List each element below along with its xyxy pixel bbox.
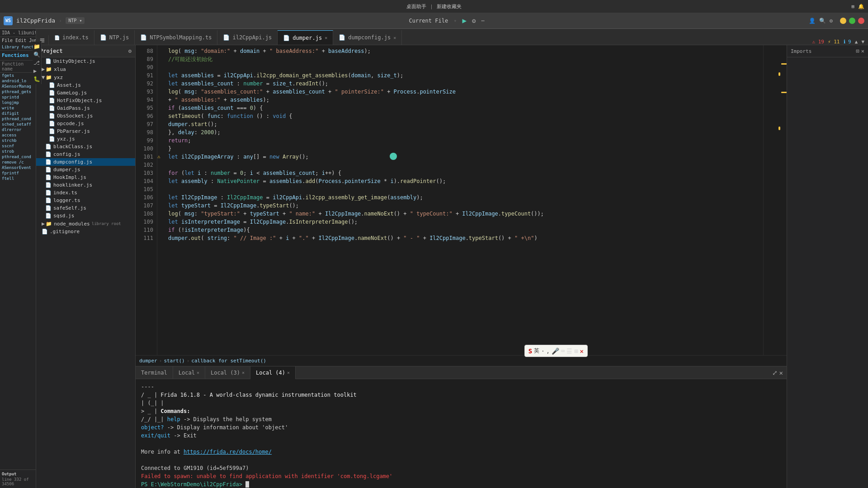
tree-dumpconfig[interactable]: 📄 dumpconfig.js (36, 158, 135, 166)
tab-dumper-js[interactable]: 📄 dumper.js ✕ (278, 30, 333, 45)
tree-hookimpl[interactable]: 📄 HookImpl.js (36, 174, 135, 181)
tree-safeself[interactable]: 📄 safeSelf.js (36, 204, 135, 212)
minimize-button[interactable] (840, 18, 846, 24)
ntp-badge[interactable]: NTP ▾ (66, 17, 85, 24)
close-dumpconfig-tab[interactable]: ✕ (393, 35, 396, 40)
tab-ntp-symbol[interactable]: 📄 NTPSymbolMapping.ts (135, 30, 217, 45)
tree-gitignore[interactable]: 📄 .gitignore (36, 228, 135, 235)
ime-close[interactable]: ✕ (580, 347, 584, 355)
tree-opcode[interactable]: 📄 opcode.js (36, 120, 135, 127)
ida-func-remove[interactable]: remove /c (0, 160, 36, 165)
ida-func-longjmp[interactable]: longjmp (0, 100, 36, 105)
close-button[interactable] (858, 18, 864, 24)
vt-run[interactable]: ▶ (36, 68, 40, 74)
scroll-up[interactable]: ▲ (855, 39, 858, 45)
tree-hooklinker[interactable]: 📄 hooklinker.js (36, 181, 135, 189)
close-local3-tab[interactable]: ✕ (242, 370, 245, 375)
more-button[interactable]: ⋯ (481, 18, 484, 24)
tree-hotfix[interactable]: 📄 HotFixObject.js (36, 97, 135, 104)
ida-func-strob[interactable]: strob (0, 149, 36, 154)
tab-il2cpp-api[interactable]: 📄 il2CppApi.js (217, 30, 278, 45)
gear-icon[interactable]: ⚙ (830, 18, 833, 24)
ida-menu-file[interactable]: File (2, 38, 13, 43)
ime-menu1[interactable]: ☰ (566, 347, 572, 355)
ida-func-fgets[interactable]: fgets (0, 73, 36, 78)
ida-func-access[interactable]: access (0, 132, 36, 138)
close-local-tab[interactable]: ✕ (197, 370, 199, 375)
tab-index-ts[interactable]: 📄 index.ts (49, 30, 94, 45)
close-local4-tab[interactable]: ✕ (287, 370, 290, 375)
tree-index[interactable]: 📄 index.ts (36, 189, 135, 197)
ida-func-sscnf[interactable]: sscnf (0, 143, 36, 149)
vt-folder[interactable]: 📁 (36, 45, 40, 50)
ida-func-pthread3[interactable]: pthread_cond (0, 154, 36, 160)
tree-asset[interactable]: 📄 Asset.js (36, 81, 135, 89)
tree-obs[interactable]: 📄 ObsSocket.js (36, 112, 135, 120)
tree-yxz[interactable]: ▼ 📁 yxz (36, 73, 135, 81)
ida-func-sched[interactable]: sched_setaff (0, 122, 36, 127)
ime-lang[interactable]: 英 (534, 347, 539, 355)
ime-kbd[interactable]: ⌨ (561, 347, 565, 355)
tree-unity-object[interactable]: 📄 UnityObject.js (36, 57, 135, 65)
tree-oaid[interactable]: 📄 OaidPass.js (36, 104, 135, 112)
tree-sqsd[interactable]: 📄 sqsd.js (36, 212, 135, 220)
search-icon[interactable]: 🔍 (819, 18, 826, 24)
ida-func-pthread[interactable]: pthread_gets (0, 89, 36, 94)
terminal-tab-local4[interactable]: Local (4) ✕ (250, 366, 296, 379)
green-indicator (390, 153, 397, 160)
tree-yxz-js[interactable]: 📄 yxz.js (36, 135, 135, 143)
breadcrumb-dumper[interactable]: dumper (139, 358, 157, 364)
terminal-tab-local[interactable]: Local ✕ (173, 366, 205, 379)
ida-func-fclose[interactable]: fprintf (0, 170, 36, 176)
tree-config[interactable]: 📄 config.js (36, 150, 135, 158)
ida-func-strchb[interactable]: strchb (0, 138, 36, 143)
tree-logger[interactable]: 📄 logger.ts (36, 197, 135, 204)
ida-func-sensor[interactable]: ASensorManag (0, 84, 36, 89)
breadcrumb-start[interactable]: start() (164, 358, 184, 364)
tree-pbparser[interactable]: 📄 PbParser.js (36, 127, 135, 135)
vt-debug[interactable]: 🐛 (36, 76, 40, 82)
warning-count[interactable]: ⚡ 11 (828, 39, 840, 45)
tab-ntp-js[interactable]: 📄 NTP.js (94, 30, 135, 45)
ida-func-asensor2[interactable]: ASensorEvent (0, 165, 36, 170)
ida-func-difigit[interactable]: difigit (0, 111, 36, 116)
ida-func-sprintd[interactable]: sprintd (0, 94, 36, 100)
vt-search[interactable]: 🔍 (36, 52, 40, 58)
code-content[interactable]: log( msg: "domain:" + domain + " baseAdd… (165, 45, 763, 355)
sidebar-settings[interactable]: ⚙ (128, 48, 132, 54)
terminal-content[interactable]: ---- / _ | Frida 16.1.8 - A world-class … (136, 379, 787, 488)
ime-punc[interactable]: , (546, 348, 549, 354)
terminal-tab-local3[interactable]: Local (3) ✕ (205, 366, 250, 379)
ida-menu-edit[interactable]: Edit (15, 38, 26, 43)
tree-blackclass[interactable]: 📄 blackClass.js (36, 143, 135, 150)
vt-git[interactable]: ⎇ (36, 60, 40, 66)
settings-button[interactable]: ⚙ (472, 17, 476, 24)
frida-link[interactable]: https://frida.re/docs/home/ (184, 449, 272, 455)
ida-func-pthread2[interactable]: pthread_cond (0, 116, 36, 122)
tree-gamelog[interactable]: 📄 GameLog.js (36, 89, 135, 97)
maximize-button[interactable] (849, 18, 855, 24)
breadcrumb-callback[interactable]: callback for setTimeout() (191, 358, 266, 364)
scroll-down[interactable]: ▼ (861, 39, 864, 45)
tree-xlua[interactable]: ▶ 📁 xlua (36, 65, 135, 73)
scrollbar-track[interactable] (781, 45, 787, 355)
info-count[interactable]: ℹ 9 (844, 39, 851, 45)
terminal-tab-terminal[interactable]: Terminal (136, 366, 173, 379)
close-dumper-tab[interactable]: ✕ (325, 35, 327, 40)
right-panel-close[interactable]: ✕ (861, 48, 864, 54)
terminal-close[interactable]: ✕ (779, 369, 783, 376)
ime-mic[interactable]: 🎤 (552, 347, 559, 355)
ida-func-android[interactable]: android_lo (0, 78, 36, 84)
tree-dumper[interactable]: 📄 dumper.js (36, 166, 135, 174)
ime-menu2[interactable]: ⊞ (574, 347, 578, 355)
right-panel-expand[interactable]: ⊡ (856, 48, 859, 54)
run-button[interactable]: ▶ (462, 16, 467, 25)
ida-func-write[interactable]: write (0, 105, 36, 111)
tree-node-modules[interactable]: ▶ 📁 node_modules library root (36, 220, 135, 228)
tab-dumpconfig-js[interactable]: 📄 dumpconfig.js ✕ (333, 30, 402, 45)
ida-func-dlrerror[interactable]: dlrerror (0, 127, 36, 132)
user-icon[interactable]: 👤 (809, 18, 816, 24)
error-count[interactable]: ⚠ 19 (812, 39, 825, 45)
terminal-maximize[interactable]: ⤢ (772, 369, 778, 376)
ida-func-ftell[interactable]: ftell (0, 176, 36, 181)
